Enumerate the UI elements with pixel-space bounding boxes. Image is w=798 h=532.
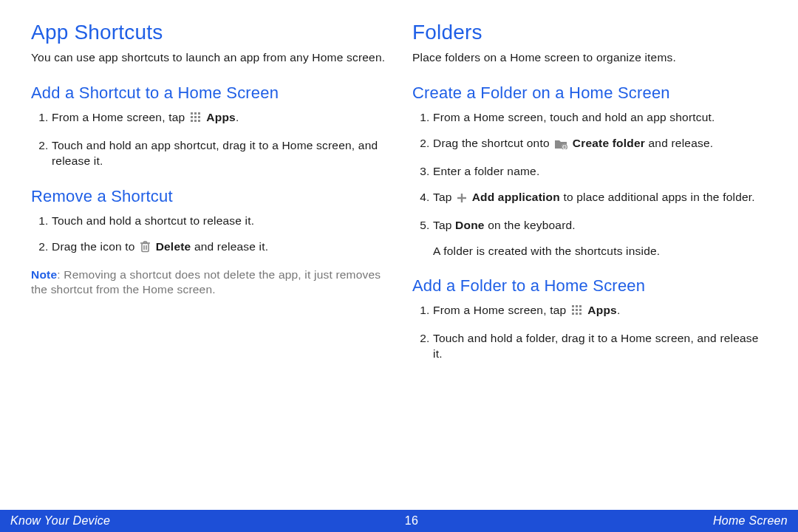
- footer-left: Know Your Device: [10, 514, 110, 528]
- steps-add-folder: From a Home screen, tap Apps. Touch and …: [412, 303, 767, 362]
- step: Tap Done on the keyboard.: [433, 218, 767, 233]
- svg-rect-9: [142, 243, 149, 251]
- svg-rect-27: [579, 309, 582, 311]
- svg-rect-28: [572, 313, 574, 315]
- delete-trash-icon: [140, 240, 151, 257]
- step: Tap Add application to place additional …: [433, 190, 767, 208]
- note-label: Note: [31, 268, 57, 281]
- manual-page: App Shortcuts You can use app shortcuts …: [0, 0, 798, 532]
- step-text: .: [617, 304, 621, 316]
- svg-rect-1: [194, 112, 197, 115]
- step-text: From a Home screen, tap: [433, 304, 570, 316]
- add-plus-icon: [457, 192, 467, 208]
- step-text: Tap: [433, 191, 455, 203]
- steps-add-shortcut: From a Home screen, tap Apps. Touch and …: [31, 110, 386, 169]
- right-column: Folders Place folders on a Home screen t…: [412, 21, 767, 372]
- svg-rect-5: [198, 116, 200, 118]
- step-text: .: [236, 111, 239, 123]
- heading-add-folder: Add a Folder to a Home Screen: [412, 276, 767, 296]
- create-folder-icon: [554, 138, 567, 154]
- step: From a Home screen, touch and hold an ap…: [433, 110, 767, 126]
- steps-remove-shortcut: Touch and hold a shortcut to release it.…: [31, 214, 386, 257]
- note-remove-shortcut: Note: Removing a shortcut does not delet…: [31, 267, 386, 299]
- step: Drag the icon to: [52, 239, 386, 257]
- footer-right: Home Screen: [713, 514, 788, 528]
- apps-label: Apps: [206, 111, 236, 123]
- svg-rect-22: [572, 305, 574, 307]
- svg-rect-2: [198, 112, 200, 115]
- step: From a Home screen, tap Apps.: [433, 303, 767, 321]
- heading-app-shortcuts: App Shortcuts: [31, 21, 386, 44]
- step: Touch and hold a shortcut to release it.: [52, 214, 386, 229]
- apps-grid-icon: [190, 112, 202, 128]
- step: Touch and hold a folder, drag it to a Ho…: [433, 331, 767, 362]
- svg-rect-8: [198, 120, 200, 122]
- svg-rect-4: [194, 116, 197, 118]
- left-column: App Shortcuts You can use app shortcuts …: [31, 21, 386, 372]
- step: Touch and hold an app shortcut, drag it …: [52, 138, 386, 169]
- heading-create-folder: Create a Folder on a Home Screen: [412, 83, 767, 103]
- apps-label: Apps: [587, 304, 617, 316]
- apps-grid-icon: [571, 304, 583, 321]
- svg-rect-26: [576, 309, 578, 311]
- step-text: Drag the icon to: [52, 240, 138, 253]
- svg-rect-29: [576, 313, 578, 315]
- create-folder-result: A folder is created with the shortcuts i…: [433, 244, 767, 259]
- delete-label: Delete: [156, 240, 191, 253]
- svg-rect-7: [194, 120, 197, 122]
- step-text: and release.: [645, 137, 713, 149]
- svg-rect-6: [191, 120, 193, 122]
- intro-app-shortcuts: You can use app shortcuts to launch an a…: [31, 50, 386, 66]
- step-text: From a Home screen, tap: [52, 111, 188, 123]
- two-column-layout: App Shortcuts You can use app shortcuts …: [31, 21, 767, 372]
- step-text: to place additional apps in the folder.: [560, 191, 755, 203]
- page-footer: Know Your Device 16 Home Screen: [0, 510, 798, 532]
- svg-rect-0: [191, 112, 193, 115]
- svg-rect-24: [579, 305, 582, 307]
- create-folder-label: Create folder: [573, 137, 645, 149]
- steps-create-folder: From a Home screen, touch and hold an ap…: [412, 110, 767, 233]
- step-text: Tap: [433, 219, 455, 231]
- footer-page-number: 16: [405, 514, 418, 528]
- step: From a Home screen, tap Apps.: [52, 110, 386, 128]
- note-body: : Removing a shortcut does not delete th…: [31, 268, 381, 296]
- step: Enter a folder name.: [433, 164, 767, 180]
- done-label: Done: [455, 219, 485, 231]
- step-text: Drag the shortcut onto: [433, 137, 553, 149]
- svg-rect-25: [572, 309, 574, 311]
- svg-rect-23: [576, 305, 578, 307]
- svg-rect-30: [579, 313, 582, 315]
- step-text: and release it.: [191, 240, 268, 253]
- heading-add-shortcut: Add a Shortcut to a Home Screen: [31, 83, 386, 103]
- intro-folders: Place folders on a Home screen to organi…: [412, 50, 767, 66]
- add-application-label: Add application: [472, 191, 560, 203]
- heading-folders: Folders: [412, 21, 767, 44]
- step-text: on the keyboard.: [485, 219, 576, 231]
- step: Drag the shortcut onto Create folder and…: [433, 136, 767, 154]
- heading-remove-shortcut: Remove a Shortcut: [31, 187, 386, 206]
- svg-rect-3: [191, 116, 193, 118]
